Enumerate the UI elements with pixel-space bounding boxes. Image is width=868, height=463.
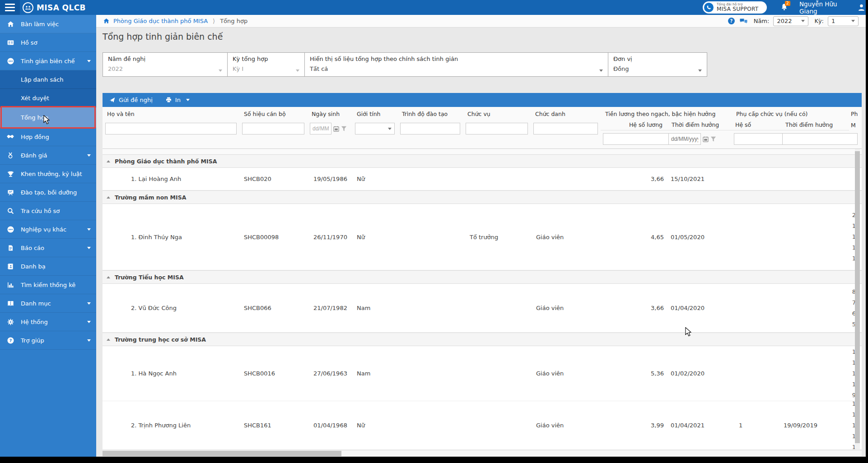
- group-row[interactable]: Trường Tiểu học MISA: [103, 270, 862, 284]
- sidebar-item-khen-thuong-ky-luat[interactable]: Khen thưởng, kỷ luật: [0, 165, 96, 183]
- sidebar-item-label: Đào tạo, bồi dưỡng: [21, 189, 77, 196]
- notification-count-badge: 2: [785, 1, 790, 6]
- salary-date-filter-input[interactable]: [668, 133, 701, 145]
- help-icon[interactable]: ?: [728, 17, 735, 25]
- sidebar-item-he-thong[interactable]: Hệ thống: [0, 313, 96, 331]
- filter-ky-tong-hop[interactable]: Kỳ tổng hợp Kỳ I: [228, 53, 305, 76]
- code-filter-input[interactable]: [242, 123, 304, 134]
- table-header: Họ và tên Số hiệu cán bộ Ngày sinh Giới …: [103, 107, 862, 149]
- sidebar-subitem-lap-danh-sach[interactable]: Lập danh sách: [0, 70, 96, 89]
- sidebar-item-tro-giup[interactable]: ? Trợ giúp: [0, 331, 96, 350]
- filter-don-vi[interactable]: Đơn vị Đồng: [608, 53, 707, 76]
- sidebar-subitem-label: Tổng hợp: [21, 114, 48, 121]
- sidebar: Bàn làm việc Hồ sơ Tinh giản biên chế Lậ…: [0, 15, 96, 457]
- calendar-icon[interactable]: [703, 136, 709, 142]
- position-filter-input[interactable]: [466, 123, 528, 134]
- page-title: Tổng hợp tinh giản biên chế: [103, 32, 223, 42]
- sidebar-item-hop-dong[interactable]: Hợp đồng: [0, 128, 96, 146]
- collapse-triangle-icon: [107, 196, 110, 199]
- sidebar-item-label: Trợ giúp: [21, 337, 44, 344]
- bar-chart-icon: [0, 281, 21, 289]
- sidebar-item-dao-tao-boi-duong[interactable]: Đào tạo, bồi dưỡng: [0, 183, 96, 202]
- send-request-button[interactable]: Gửi đề nghị: [109, 97, 153, 103]
- allowance-date-filter-input[interactable]: [782, 133, 858, 145]
- sidebar-item-danh-gia[interactable]: Đánh giá: [0, 146, 96, 165]
- medal-icon: [0, 152, 21, 159]
- name-filter-input[interactable]: [105, 123, 237, 134]
- vertical-scrollbar[interactable]: [855, 149, 860, 450]
- group-header-salary: Tiền lương theo ngạch, bậc hiện hưởng: [601, 107, 732, 120]
- horizontal-scrollbar[interactable]: [103, 450, 862, 456]
- table-row[interactable]: 1. Lại Hoàng Anh SHCB020 19/05/1986 Nữ 3…: [103, 168, 862, 190]
- chevron-down-icon: [296, 69, 299, 72]
- home-icon: [0, 20, 21, 28]
- breadcrumb-root-link[interactable]: Phòng Giáo dục thành phố MISA: [113, 18, 208, 24]
- sidebar-item-nghiep-vu-khac[interactable]: Nghiệp vụ khác: [0, 220, 96, 239]
- sidebar-item-label: Tra cứu hồ sơ: [21, 208, 60, 214]
- col-header-dob: Ngày sinh: [307, 107, 352, 120]
- sidebar-subitem-label: Lập danh sách: [21, 76, 64, 83]
- filter-funnel-icon[interactable]: [341, 126, 347, 132]
- calendar-icon[interactable]: [333, 126, 339, 132]
- table-toolbar: Gửi đề nghị In: [103, 93, 862, 107]
- filter-nam-de-nghi[interactable]: Năm đề nghị 2022: [103, 53, 228, 76]
- chevron-down-icon: [186, 99, 190, 101]
- feedback-chat-icon[interactable]: [739, 18, 748, 25]
- svg-text:?: ?: [9, 338, 12, 343]
- sidebar-item-ho-so[interactable]: Hồ sơ: [0, 33, 96, 52]
- hamburger-menu-icon[interactable]: [0, 0, 20, 15]
- group-row[interactable]: Phòng Giáo dục thành phố MISA: [103, 154, 862, 168]
- sidebar-item-bao-cao[interactable]: Báo cáo: [0, 239, 96, 257]
- sidebar-item-ban-lam-viec[interactable]: Bàn làm việc: [0, 15, 96, 33]
- sidebar-item-label: Danh mục: [21, 300, 51, 307]
- group-row[interactable]: Trường trung học cơ sở MISA: [103, 333, 862, 346]
- sub-header-partial: M: [849, 120, 856, 130]
- chevron-down-icon: [219, 69, 222, 72]
- sidebar-item-label: Bàn làm việc: [21, 21, 59, 28]
- question-icon: ?: [0, 337, 21, 344]
- gender-filter-select[interactable]: [355, 123, 395, 134]
- sub-header-allowance-date: Thời điểm hưởng: [780, 120, 849, 130]
- horizontal-scrollbar-thumb[interactable]: [103, 451, 341, 456]
- print-button[interactable]: In: [165, 97, 190, 103]
- breadcrumb-separator: ⟩: [213, 18, 215, 24]
- title-filter-input[interactable]: [533, 123, 598, 134]
- app-window: MISA QLCB Tổng đài hỗ trợ MISA SUPPORT 2…: [0, 0, 866, 457]
- table-row[interactable]: 1. Hà Ngọc Anh SHCB0016 27/06/1963 Nam G…: [103, 346, 862, 401]
- sidebar-subitem-label: Xét duyệt: [21, 95, 49, 102]
- chevron-down-icon: [599, 69, 603, 72]
- dob-filter-input[interactable]: [310, 123, 331, 134]
- sidebar-item-label: Danh bạ: [21, 263, 46, 270]
- sub-header-salary-coeff: Hệ số lương: [601, 120, 666, 130]
- chevron-down-icon: [87, 228, 91, 231]
- sidebar-item-danh-ba[interactable]: Danh bạ: [0, 257, 96, 276]
- table-row[interactable]: 1. Đinh Thúy Nga SHCB00098 26/11/1970 Nữ…: [103, 204, 862, 270]
- year-select[interactable]: 2022: [773, 16, 808, 26]
- app-title: MISA QLCB: [37, 3, 86, 12]
- breadcrumb-home-icon[interactable]: [103, 18, 110, 24]
- contacts-book-icon: [0, 263, 21, 270]
- sidebar-item-tra-cuu-ho-so[interactable]: Tra cứu hồ sơ: [0, 202, 96, 220]
- collapse-triangle-icon: [107, 276, 110, 278]
- user-name: Nguyễn Hữu Giang: [799, 0, 853, 15]
- period-select[interactable]: 1: [828, 16, 859, 26]
- notification-bell-icon[interactable]: 2: [780, 3, 790, 13]
- collapse-triangle-icon: [107, 160, 110, 162]
- education-filter-input[interactable]: [400, 123, 460, 134]
- group-row[interactable]: Trường mầm non MISA: [103, 190, 862, 204]
- table-row[interactable]: 2. Trịnh Phương Liên SHCB161 01/04/1968 …: [103, 401, 862, 450]
- support-badge[interactable]: Tổng đài hỗ trợ MISA SUPPORT: [703, 1, 767, 14]
- user-menu[interactable]: Nguyễn Hữu Giang: [799, 0, 866, 15]
- vertical-scrollbar-thumb[interactable]: [855, 151, 860, 443]
- filter-chinh-sach[interactable]: Hiển thị số liệu tổng hợp theo chính sác…: [305, 53, 608, 76]
- sidebar-item-danh-muc[interactable]: Danh mục: [0, 294, 96, 313]
- col-header-title: Chức danh: [531, 107, 601, 120]
- sidebar-item-tinh-gian-bien-che[interactable]: Tinh giản biên chế: [0, 52, 96, 70]
- sidebar-item-tim-kiem-thong-ke[interactable]: Tìm kiếm thống kê: [0, 276, 96, 294]
- table-row[interactable]: 2. Vũ Đức Công SHCB066 21/07/1982 Nam Gi…: [103, 284, 862, 333]
- filter-funnel-icon[interactable]: [710, 136, 716, 142]
- sidebar-subitem-tong-hop[interactable]: Tổng hợp: [0, 107, 96, 128]
- gear-icon: [0, 318, 21, 326]
- sidebar-item-label: Tìm kiếm thống kê: [21, 282, 75, 288]
- sidebar-subitem-xet-duyet[interactable]: Xét duyệt: [0, 89, 96, 107]
